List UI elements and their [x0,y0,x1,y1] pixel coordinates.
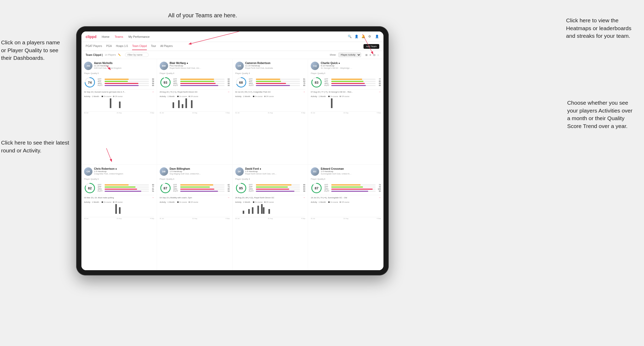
round-arrow[interactable]: → [303,91,305,93]
latest-round[interactable]: 03 Mar 23 | 19, Must make putting → [84,195,154,199]
round-arrow[interactable]: → [152,91,154,93]
filter-icon[interactable]: ⊟ [373,53,376,57]
player-header: CR Chris Robertson ● 1-5 Handicap Craigm… [84,167,154,176]
player-card[interactable]: EC Edward Crossman 1-5 Handicap Sunningd… [308,165,383,270]
activity-header: Activity · 1 Month On course Off course [311,201,381,203]
activity-section: Activity · 1 Month On course Off course [84,95,154,114]
player-name[interactable]: Blair McHarg ● [170,62,230,65]
stat-ott-row: OTT 60 [98,78,154,80]
filter-input[interactable] [125,53,149,57]
edit-icon[interactable]: ✏️ [118,54,121,56]
player-card[interactable]: CR Cameron Robertson 11-15 Handicap Roya… [233,59,308,164]
activity-chart [84,204,154,217]
player-name[interactable]: Edward Crossman [321,167,381,170]
quality-circle[interactable]: 74 [84,77,96,88]
player-card[interactable]: BM Blair McHarg ● Plus Handicap Royal No… [157,59,232,164]
legend-on-course: On course [328,201,338,203]
round-arrow[interactable]: → [227,196,230,199]
chart-bars [160,98,230,111]
quality-circle[interactable]: 68 [235,77,247,88]
player-card[interactable]: AN Aaron Nicholls 11-15 Handicap Drift G… [81,59,157,164]
stat-ott-row: OTT 84 [173,78,230,80]
list-view-icon[interactable]: ≡ [369,53,372,57]
activity-section: Activity · 1 Month On course Off course [311,95,381,114]
tab-all-players[interactable]: All Players [160,42,173,50]
legend-off-course: Off course [340,201,349,203]
player-header: DB Dave Billingham 1-5 Handicap Sog Magi… [160,167,230,176]
chart-bars [84,98,154,111]
stat-ott-row: OTT 77 [324,78,381,80]
latest-round[interactable]: 26 Aug 23 | 84 (+12), Royal North Devon … [235,195,305,199]
nav-home[interactable]: Home [102,34,109,39]
quality-section: 68 OTT 61 APP 63 ARG [235,77,305,88]
round-arrow[interactable]: → [152,196,154,199]
profile-icon[interactable]: 👤 [355,35,359,39]
tab-tour[interactable]: Tour [151,42,156,50]
round-arrow[interactable]: → [303,196,305,199]
tab-pga[interactable]: PGA [106,42,112,50]
round-arrow[interactable]: → [378,91,381,93]
grid-view-icon[interactable]: ⊞ [365,53,368,57]
add-team-button[interactable]: Add Team [363,44,379,49]
stat-ott-row: OTT 60 [98,184,154,186]
activity-title: Activity · 1 Month [311,95,326,98]
player-name[interactable]: David Ford ● [245,167,305,170]
player-info: Chris Robertson ● 1-5 Handicap Craigmill… [94,167,154,175]
activity-title: Activity · 1 Month [160,95,175,98]
player-name[interactable]: Dave Billingham [170,167,230,170]
activity-header: Activity · 1 Month On course Off course [84,201,154,203]
quality-section: 85 OTT 89 APP 80 ARG [235,182,305,194]
latest-round[interactable]: 18 Jul 23 | 74 (+4), Sunningdale GC - Ol… [311,195,381,199]
round-arrow[interactable]: → [378,196,381,199]
tab-team-clippd[interactable]: Team Clippd [132,42,147,50]
sort-icon[interactable]: ↕ [377,53,379,57]
player-avatar: DF [235,167,244,176]
latest-round[interactable]: 04 Sep 23 | Mobility with coach, Gym → [160,195,230,199]
quality-circle[interactable]: 82 [84,182,96,194]
player-card[interactable]: DF David Ford ● 1-5 Handicap Royal North… [233,165,308,270]
latest-round[interactable]: 07 Aug 23 | 77 (+7), St George's Hill GC… [311,89,381,93]
quality-circle[interactable]: 87 [311,182,322,194]
tab-hcaps[interactable]: Hcaps 1-5 [116,42,128,50]
settings-icon[interactable]: ⚙ [368,35,372,39]
show-select[interactable]: Player Activity Quality Trend [338,52,361,57]
player-card[interactable]: CR Chris Robertson ● 1-5 Handicap Craigm… [81,165,157,270]
activity-title: Activity · 1 Month [84,95,99,98]
nav-icons: 🔍 👤 🔔 ⚙ 👤 [348,35,379,39]
nav-teams[interactable]: Teams [115,34,123,39]
activity-chart [235,98,305,111]
player-name[interactable]: Charlie Quick ● [321,62,381,65]
ipad-screen: clippd Home Teams My Performance 🔍 👤 🔔 ⚙… [81,31,383,270]
quality-label: Player Quality ℹ [235,178,305,180]
player-name[interactable]: Cameron Robertson [245,62,305,65]
chart-bar [263,207,264,214]
legend-on-course: On course [253,201,263,203]
latest-round[interactable]: 02 Jul 23 | 59 (+17), Craigmillar Park G… [235,89,305,93]
quality-circle[interactable]: 87 [160,182,171,194]
player-card[interactable]: DB Dave Billingham 1-5 Handicap Sog Magi… [157,165,232,270]
latest-round[interactable]: 02 Sep 23 | Sunset round to get back int… [84,89,154,93]
player-club: Craigmillar Park, United Kingdom [94,173,126,175]
stat-arg-row: ARG 83 [324,82,381,84]
tab-pgat-players[interactable]: PGAT Players [86,42,102,50]
search-icon[interactable]: 🔍 [348,35,352,39]
nav-my-performance[interactable]: My Performance [128,34,150,39]
nav-logo: clippd [86,35,96,39]
activity-header: Activity · 1 Month On course Off course [160,201,230,203]
chart-dates: 31 Jul21 Aug4 Sep [160,112,230,114]
latest-round[interactable]: 26 Aug 23 | 73 (+1), Royal North Devon G… [160,89,230,93]
player-handicap: 11-15 Handicap [94,65,154,67]
round-arrow[interactable]: → [227,91,230,93]
quality-circle[interactable]: 93 [160,77,171,88]
player-handicap: 1-5 Handicap [321,170,381,173]
player-name[interactable]: Aaron Nicholls [94,62,154,65]
player-handicap: Plus Handicap [170,65,230,67]
player-card[interactable]: CQ Charlie Quick ● 6-10 Handicap St. Geo… [308,59,383,164]
activity-section: Activity · 1 Month On course Off course [160,201,230,219]
quality-circle[interactable]: 83 [311,77,322,88]
legend-off-course: Off course [113,201,123,203]
player-name[interactable]: Chris Robertson ● [94,167,154,170]
quality-circle[interactable]: 85 [235,182,247,194]
bell-icon[interactable]: 🔔 [361,35,366,39]
avatar-icon[interactable]: 👤 [375,35,379,39]
